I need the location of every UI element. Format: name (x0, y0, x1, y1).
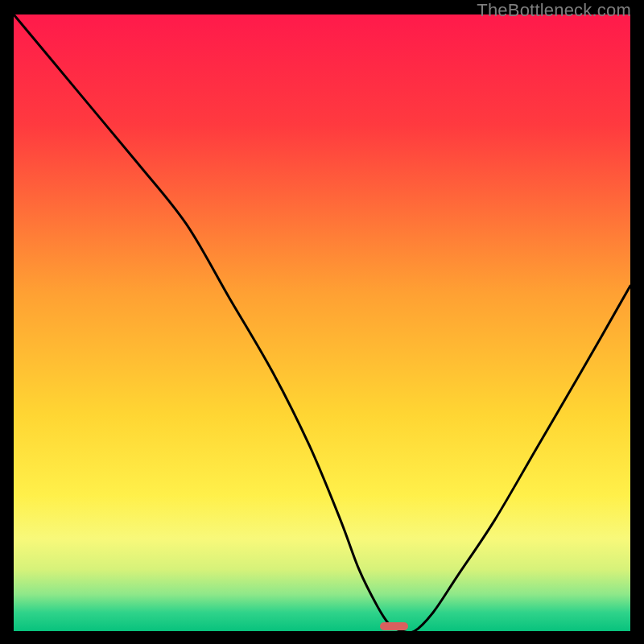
chart-frame: TheBottleneck.com (0, 0, 644, 644)
optimum-marker (380, 622, 407, 630)
bottleneck-curve (14, 14, 630, 631)
plot-area (14, 14, 630, 631)
watermark-text: TheBottleneck.com (477, 0, 631, 21)
